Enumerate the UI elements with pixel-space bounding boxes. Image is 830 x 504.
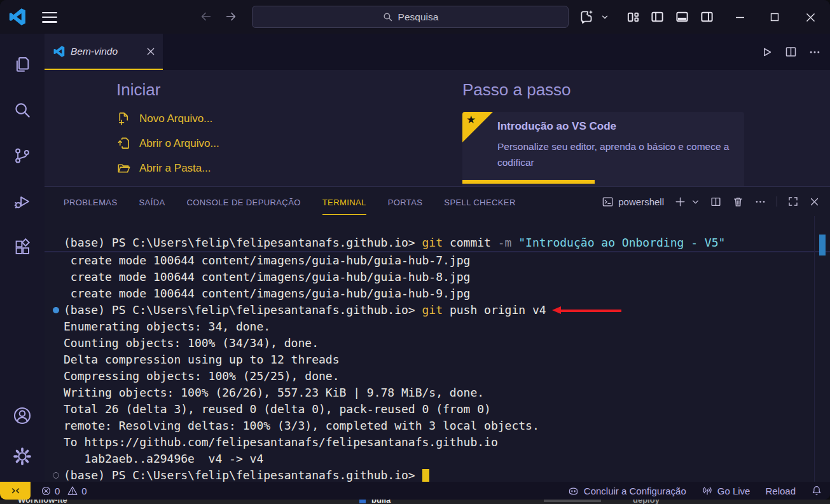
explorer-icon[interactable] <box>0 41 45 87</box>
split-terminal-button[interactable] <box>710 196 722 208</box>
terminal-line: create mode 100644 content/imagens/guia-… <box>45 285 830 302</box>
reload-label: Reload <box>765 486 796 496</box>
panel-tab-saída[interactable]: SAÍDA <box>139 189 165 215</box>
error-icon <box>41 486 52 496</box>
terminal-dropdown-chevron-icon[interactable] <box>691 198 700 206</box>
annotation-red-arrow <box>560 310 621 312</box>
terminal-line: (base) PS C:\Users\felip\felipesantanafs… <box>45 235 830 252</box>
terminal-line: create mode 100644 content/imagens/guia-… <box>45 252 830 269</box>
welcome-page: Iniciar Novo Arquivo... Abri <box>45 70 830 186</box>
status-bar: 0 0 Concluir a Configuração Go Live Relo… <box>0 482 830 500</box>
go-live-button[interactable]: Go Live <box>702 485 750 496</box>
terminal-line: To https://github.com/felipesantanafs/fe… <box>45 434 830 451</box>
new-file-icon <box>116 111 131 126</box>
walkthrough-card-intro[interactable]: ★ Introdução ao VS Code Personalize seu … <box>462 112 744 186</box>
terminal-line: Delta compression using up to 12 threads <box>45 351 830 368</box>
run-file-button[interactable] <box>759 45 773 59</box>
toggle-panel-button[interactable] <box>675 10 689 24</box>
settings-gear-icon[interactable] <box>0 436 45 477</box>
terminal-line: create mode 100644 content/imagens/guia-… <box>45 269 830 285</box>
window-minimize-button[interactable] <box>730 8 749 27</box>
open-file-icon <box>116 136 131 151</box>
window-maximize-button[interactable] <box>765 8 784 27</box>
nav-back-button[interactable] <box>199 10 213 24</box>
finish-setup-label: Concluir a Configuração <box>584 486 686 496</box>
peek-text: Workflow-ite <box>18 500 67 504</box>
walkthrough-description: Personalize seu editor, aprenda o básico… <box>497 139 736 170</box>
terminal-line: Total 26 (delta 3), reused 0 (delta 0), … <box>45 401 830 418</box>
broadcast-icon <box>702 485 713 496</box>
copilot-face-icon <box>567 485 579 497</box>
panel-tab-console-de-depuração[interactable]: CONSOLE DE DEPURAÇÃO <box>187 189 301 215</box>
terminal-line: remote: Resolving deltas: 100% (3/3), co… <box>45 418 830 434</box>
star-icon: ★ <box>466 113 476 126</box>
toggle-primary-sidebar-button[interactable] <box>650 10 665 24</box>
terminal-line: Counting objects: 100% (34/34), done. <box>45 335 830 351</box>
terminal-cursor <box>422 469 429 482</box>
open-folder-link[interactable]: Abrir a Pasta... <box>116 161 219 175</box>
tab-vscode-icon <box>53 46 65 57</box>
problems-status-button[interactable]: 0 0 <box>41 482 87 500</box>
new-file-link[interactable]: Novo Arquivo... <box>116 111 219 126</box>
window-close-button[interactable] <box>801 8 820 27</box>
new-terminal-button[interactable] <box>674 196 686 208</box>
maximize-panel-button[interactable] <box>787 196 799 207</box>
search-placeholder: Pesquisa <box>398 11 439 23</box>
peek-logo-icon <box>359 500 366 503</box>
terminal-line: Compressing objects: 100% (25/25), done. <box>45 368 830 385</box>
customize-layout-button[interactable] <box>626 10 640 24</box>
finish-setup-button[interactable]: Concluir a Configuração <box>567 485 686 497</box>
panel-tab-problemas[interactable]: PROBLEMAS <box>64 189 118 215</box>
reload-button[interactable]: Reload <box>765 486 796 496</box>
vscode-window: Pesquisa <box>0 0 830 500</box>
search-view-icon[interactable] <box>0 87 45 133</box>
split-editor-button[interactable] <box>784 45 798 58</box>
copilot-chevron-down-icon[interactable] <box>600 13 609 22</box>
command-center-search[interactable]: Pesquisa <box>252 6 569 28</box>
menu-hamburger-button[interactable] <box>42 12 57 23</box>
command-decoration-hollow[interactable] <box>53 472 59 479</box>
shell-label: powershell <box>618 196 664 207</box>
open-file-label: Abrir o Arquivo... <box>139 137 219 150</box>
source-control-icon[interactable] <box>0 133 45 179</box>
powershell-terminal-icon <box>602 196 614 208</box>
notifications-bell-icon[interactable] <box>811 485 822 496</box>
vscode-logo-icon <box>9 8 26 25</box>
terminal-line: 1ab2aeb..a29496e v4 -> v4 <box>45 451 830 467</box>
editor-tab-bar: Bem-vindo <box>45 34 830 70</box>
open-folder-label: Abrir a Pasta... <box>139 162 211 175</box>
peek-text: deploy <box>633 500 660 504</box>
editor-more-actions-button[interactable] <box>808 46 821 58</box>
walkthrough-title: Introdução ao VS Code <box>497 120 616 133</box>
peek-bar <box>544 500 601 502</box>
panel-tab-spell-checker[interactable]: SPELL CHECKER <box>444 189 515 215</box>
tab-bem-vindo[interactable]: Bem-vindo <box>45 34 163 70</box>
toggle-secondary-sidebar-button[interactable] <box>700 10 714 24</box>
kill-terminal-trash-button[interactable] <box>732 196 744 208</box>
terminal-line: Writing objects: 100% (26/26), 557.23 Ki… <box>45 385 830 401</box>
tab-title: Bem-vindo <box>71 46 118 57</box>
search-icon <box>382 11 393 22</box>
remote-indicator-button[interactable] <box>0 482 31 500</box>
remote-icon <box>10 486 21 496</box>
tab-close-icon[interactable] <box>146 47 155 56</box>
close-panel-button[interactable] <box>809 196 820 207</box>
accounts-icon[interactable] <box>0 395 45 436</box>
panel-tab-portas[interactable]: PORTAS <box>388 189 423 215</box>
terminal-scrollbar-thumb[interactable] <box>819 235 826 255</box>
panel: PROBLEMASSAÍDACONSOLE DE DEPURAÇÃOTERMIN… <box>45 186 830 482</box>
warning-icon <box>67 485 78 496</box>
toolbar-separator <box>777 196 777 207</box>
terminal-output: (base) PS C:\Users\felip\felipesantanafs… <box>45 216 830 482</box>
nav-forward-button[interactable] <box>224 10 238 24</box>
extensions-icon[interactable] <box>0 224 45 270</box>
open-file-link[interactable]: Abrir o Arquivo... <box>116 136 219 151</box>
panel-more-actions-button[interactable] <box>754 196 766 208</box>
terminal-instance-powershell[interactable]: powershell <box>602 196 664 208</box>
warning-count: 0 <box>81 486 86 496</box>
panel-tab-terminal[interactable]: TERMINAL <box>322 189 366 215</box>
run-debug-icon[interactable] <box>0 179 45 224</box>
command-decoration-filled[interactable] <box>53 307 59 313</box>
error-count: 0 <box>55 486 60 496</box>
copilot-button[interactable] <box>579 8 595 25</box>
